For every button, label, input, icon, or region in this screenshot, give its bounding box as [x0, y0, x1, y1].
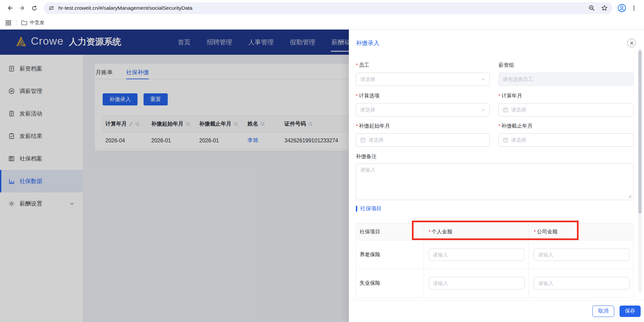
- drawer-scrollbar-thumb[interactable]: [638, 50, 642, 214]
- apps-grid-icon[interactable]: [5, 20, 11, 26]
- items-table-row-pension: 养老保险: [356, 240, 633, 269]
- supplement-entry-drawer: 补缴录入 员工 薪资组 请选择 请先选择员工 计算: [349, 30, 644, 322]
- items-table-row-unemployment: 失业保险: [356, 269, 633, 298]
- employee-select[interactable]: 请选择: [356, 73, 490, 86]
- browser-menu-icon[interactable]: [628, 2, 640, 14]
- items-table-header: 社保项目 个人金额 公司金额: [356, 224, 633, 240]
- col-company-amount: 公司金额: [534, 228, 557, 235]
- section-bar-icon: [356, 206, 357, 212]
- chevron-down-icon: [481, 77, 485, 81]
- bookmarks-divider: [16, 19, 16, 26]
- page-viewport: Crowe 人力资源系统 首页 招聘管理 人事管理 假勤管理 薪酬福利 薪资档案…: [0, 30, 644, 322]
- drawer-mask[interactable]: [0, 30, 349, 322]
- folder-icon: [21, 20, 27, 26]
- bookmark-folder-label: 中竞发: [30, 19, 45, 26]
- unemployment-personal-input[interactable]: [429, 277, 525, 289]
- calc-month-datepicker[interactable]: 请选择: [498, 103, 634, 117]
- salary-group-label: 薪资组: [498, 62, 514, 68]
- section-header: 社保项目: [356, 205, 382, 212]
- bookmark-folder[interactable]: 中竞发: [21, 19, 45, 26]
- bookmarks-bar: 中竞发: [0, 16, 644, 30]
- url-text[interactable]: hr-test.croweit.cn/#/salaryManagement/so…: [58, 5, 588, 11]
- close-icon[interactable]: [627, 39, 636, 47]
- chevron-down-icon: [481, 108, 485, 112]
- salary-group-input: 请先选择员工: [498, 73, 634, 86]
- col-personal-amount: 个人金额: [429, 228, 452, 235]
- forward-button[interactable]: [16, 2, 28, 14]
- browser-toolbar: hr-test.croweit.cn/#/salaryManagement/so…: [0, 0, 644, 16]
- remark-label: 补缴备注: [356, 153, 377, 160]
- employee-label: 员工: [356, 62, 369, 68]
- save-button[interactable]: 保存: [620, 306, 641, 317]
- calc-option-select[interactable]: 请选择: [356, 103, 490, 117]
- calendar-icon: [503, 107, 508, 112]
- start-month-label: 补缴起始年月: [356, 123, 390, 129]
- section-title: 社保项目: [360, 205, 382, 212]
- unemployment-company-input[interactable]: [534, 277, 630, 289]
- start-month-datepicker[interactable]: 请选择: [356, 133, 490, 147]
- item-label: 失业保险: [356, 280, 424, 287]
- drawer-title: 补缴录入: [356, 39, 379, 47]
- calc-option-label: 计算选项: [356, 93, 380, 98]
- back-button[interactable]: [4, 2, 16, 14]
- omnibox[interactable]: hr-test.croweit.cn/#/salaryManagement/so…: [44, 2, 612, 14]
- remark-textarea[interactable]: [356, 164, 634, 200]
- profile-icon[interactable]: [616, 2, 628, 14]
- drawer-footer: 取消 保存: [349, 300, 644, 322]
- end-month-datepicker[interactable]: 请选择: [498, 133, 634, 147]
- col-social-item: 社保项目: [356, 224, 424, 240]
- pension-company-input[interactable]: [534, 248, 630, 261]
- social-items-table: 社保项目 个人金额 公司金额 养老保险 失业保险: [356, 223, 634, 298]
- calc-month-label: 计算年月: [498, 93, 522, 98]
- pension-personal-input[interactable]: [429, 248, 525, 261]
- calendar-icon: [360, 137, 366, 143]
- item-label: 养老保险: [356, 251, 424, 258]
- reload-button[interactable]: [28, 2, 40, 14]
- cancel-button[interactable]: 取消: [592, 306, 614, 317]
- site-settings-icon[interactable]: [48, 5, 54, 11]
- bookmark-star-icon[interactable]: [601, 5, 608, 11]
- zoom-out-icon[interactable]: [588, 5, 595, 11]
- calendar-icon: [503, 137, 508, 143]
- end-month-label: 补缴截止年月: [498, 123, 533, 129]
